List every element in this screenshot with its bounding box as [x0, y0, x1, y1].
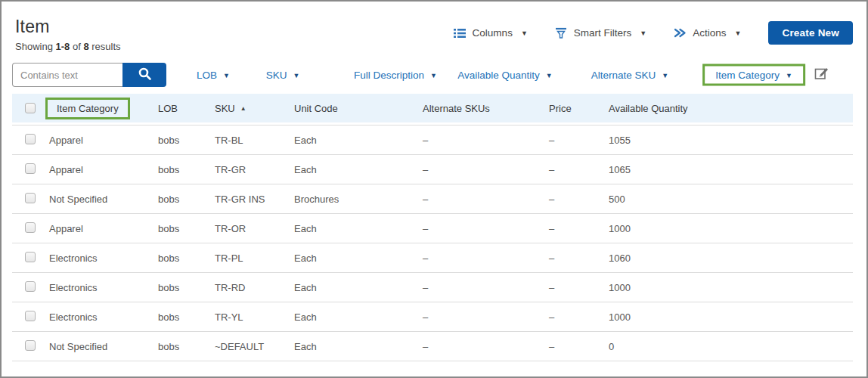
cell-sku: TR-GR INS — [213, 194, 293, 205]
column-header-alternate-skus[interactable]: Alternate SKUs — [421, 103, 547, 114]
cell-unit-code: Each — [293, 282, 421, 293]
select-row-checkbox[interactable] — [25, 193, 36, 203]
filter-dropdown-sku[interactable]: SKU ▼ — [266, 70, 300, 81]
column-header-unit-code[interactable]: Unit Code — [293, 103, 421, 114]
cell-sku: TR-GR — [213, 164, 293, 175]
select-row-checkbox[interactable] — [25, 134, 36, 144]
double-chevron-right-icon — [674, 27, 686, 39]
actions-label: Actions — [693, 27, 726, 39]
cell-sku: TR-RD — [213, 282, 293, 293]
cell-available-quantity: 1000 — [607, 282, 853, 293]
search-button[interactable] — [122, 63, 166, 87]
search-icon — [138, 67, 152, 83]
cell-lob: bobs — [157, 311, 213, 323]
cell-alternate-skus: – — [421, 223, 547, 234]
chevron-down-icon: ▼ — [662, 71, 668, 79]
chevron-down-icon: ▼ — [293, 71, 299, 79]
cell-unit-code: Each — [293, 253, 421, 264]
items-table: Item Category LOB SKU ▲ Unit Code Altern… — [12, 94, 853, 361]
cell-alternate-skus: – — [421, 282, 547, 293]
cell-lob: bobs — [157, 164, 213, 175]
filter-dropdown-lob[interactable]: LOB ▼ — [197, 70, 230, 81]
columns-menu-button[interactable]: Columns ▼ — [454, 27, 528, 39]
columns-label: Columns — [473, 27, 513, 39]
table-row[interactable]: Electronics bobs TR-YL Each – – 1000 — [12, 302, 853, 331]
page-title: Item — [15, 17, 121, 36]
table-row[interactable]: Not Specified bobs ~DEFAULT Each – – 0 — [12, 331, 853, 361]
filter-dropdown-full-description[interactable]: Full Description ▼ — [354, 70, 437, 81]
item-category-highlight-box: Item Category — [45, 98, 130, 119]
table-row[interactable]: Not Specified bobs TR-GR INS Brochures –… — [12, 184, 853, 213]
select-row-checkbox[interactable] — [25, 222, 36, 233]
cell-sku: ~DEFAULT — [213, 341, 293, 352]
smart-filters-menu-button[interactable]: Smart Filters ▼ — [555, 27, 646, 39]
cell-sku: TR-PL — [213, 253, 293, 264]
select-row-checkbox[interactable] — [25, 311, 36, 321]
cell-lob: bobs — [157, 223, 213, 234]
select-row-checkbox[interactable] — [25, 163, 36, 174]
chevron-down-icon: ▼ — [546, 71, 553, 79]
title-block: Item Showing 1-8 of 8 results — [15, 17, 121, 52]
table-row[interactable]: Electronics bobs TR-PL Each – – 1060 — [12, 243, 853, 272]
chevron-down-icon: ▼ — [735, 29, 742, 37]
cell-available-quantity: 1060 — [607, 253, 853, 264]
results-summary: Showing 1-8 of 8 results — [15, 41, 121, 52]
cell-price: – — [547, 253, 607, 264]
cell-lob: bobs — [157, 253, 213, 264]
filter-dropdown-available-quantity[interactable]: Available Quantity ▼ — [457, 70, 553, 81]
cell-sku: TR-BL — [213, 135, 293, 146]
filter-bar: LOB ▼ SKU ▼ Full Description ▼ Available… — [2, 63, 866, 87]
create-new-button[interactable]: Create New — [768, 21, 853, 45]
cell-item-category: Electronics — [45, 282, 157, 293]
column-header-available-quantity[interactable]: Available Quantity — [607, 103, 853, 114]
edit-filters-button[interactable] — [814, 66, 830, 85]
actions-menu-button[interactable]: Actions ▼ — [674, 27, 741, 39]
cell-price: – — [547, 194, 607, 205]
column-header-sku[interactable]: SKU ▲ — [213, 103, 293, 114]
cell-item-category: Not Specified — [45, 194, 157, 205]
table-row[interactable]: Apparel bobs TR-OR Each – – 1000 — [12, 213, 853, 243]
column-header-lob[interactable]: LOB — [157, 103, 213, 114]
table-row[interactable]: Apparel bobs TR-BL Each – – 1055 — [12, 125, 853, 154]
search-input[interactable] — [12, 63, 122, 87]
select-row-checkbox[interactable] — [25, 340, 36, 351]
cell-alternate-skus: – — [421, 253, 547, 264]
cell-unit-code: Each — [293, 223, 421, 234]
cell-unit-code: Brochures — [293, 194, 421, 205]
cell-lob: bobs — [157, 341, 213, 352]
filter-dropdown-item-category[interactable]: Item Category ▼ — [702, 64, 805, 86]
cell-alternate-skus: – — [421, 164, 547, 175]
column-header-item-category[interactable]: Item Category — [45, 98, 157, 119]
table-row[interactable]: Electronics bobs TR-RD Each – – 1000 — [12, 272, 853, 302]
cell-sku: TR-YL — [213, 311, 293, 323]
cell-lob: bobs — [157, 282, 213, 293]
cell-alternate-skus: – — [421, 194, 547, 205]
cell-item-category: Not Specified — [45, 341, 157, 352]
toolbar: Columns ▼ Smart Filters ▼ — [454, 21, 853, 45]
select-all-cell — [12, 103, 45, 113]
columns-icon — [454, 27, 466, 39]
search-group — [12, 63, 166, 87]
filter-dropdown-alternate-sku[interactable]: Alternate SKU ▼ — [591, 70, 668, 81]
select-row-checkbox[interactable] — [25, 252, 36, 262]
cell-available-quantity: 500 — [607, 194, 853, 205]
select-row-checkbox[interactable] — [25, 281, 36, 292]
cell-item-category: Apparel — [45, 135, 157, 146]
cell-lob: bobs — [157, 135, 213, 146]
cell-price: – — [547, 223, 607, 234]
column-header-price[interactable]: Price — [547, 103, 607, 114]
cell-sku: TR-OR — [213, 223, 293, 234]
chevron-down-icon: ▼ — [430, 71, 437, 79]
cell-unit-code: Each — [293, 311, 421, 323]
cell-unit-code: Each — [293, 341, 421, 352]
cell-alternate-skus: – — [421, 135, 547, 146]
cell-available-quantity: 1000 — [607, 311, 853, 323]
page-header: Item Showing 1-8 of 8 results Columns — [2, 2, 866, 52]
cell-item-category: Electronics — [45, 253, 157, 264]
cell-price: – — [547, 341, 607, 352]
select-all-checkbox[interactable] — [25, 103, 36, 113]
table-row[interactable]: Apparel bobs TR-GR Each – – 1065 — [12, 154, 853, 184]
cell-price: – — [547, 282, 607, 293]
filter-icon — [555, 27, 567, 39]
cell-unit-code: Each — [293, 135, 421, 146]
